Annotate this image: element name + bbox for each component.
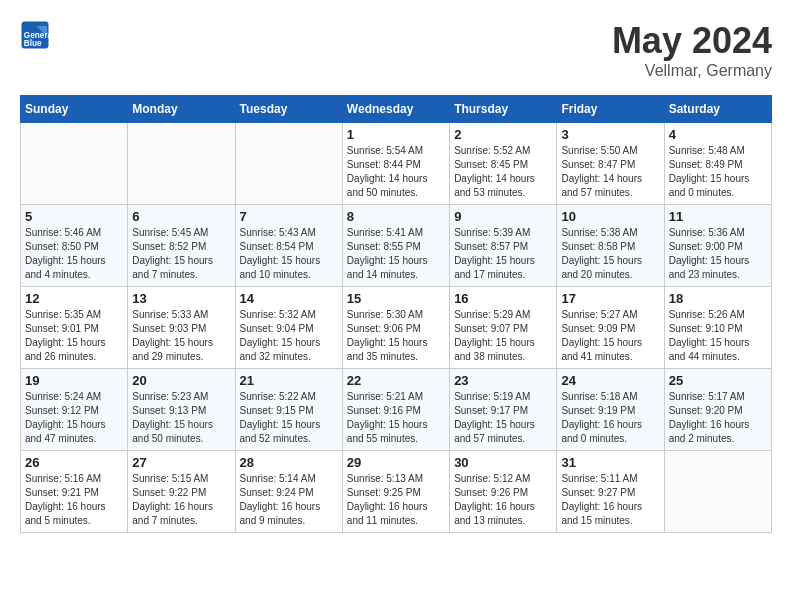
day-number: 5: [25, 209, 123, 224]
day-info: Sunrise: 5:43 AM Sunset: 8:54 PM Dayligh…: [240, 226, 338, 282]
weekday-header: Saturday: [664, 96, 771, 123]
day-info: Sunrise: 5:16 AM Sunset: 9:21 PM Dayligh…: [25, 472, 123, 528]
day-info: Sunrise: 5:38 AM Sunset: 8:58 PM Dayligh…: [561, 226, 659, 282]
day-info: Sunrise: 5:18 AM Sunset: 9:19 PM Dayligh…: [561, 390, 659, 446]
day-number: 10: [561, 209, 659, 224]
day-number: 15: [347, 291, 445, 306]
day-info: Sunrise: 5:23 AM Sunset: 9:13 PM Dayligh…: [132, 390, 230, 446]
month-title: May 2024: [612, 20, 772, 62]
day-number: 8: [347, 209, 445, 224]
calendar-day-cell: 8Sunrise: 5:41 AM Sunset: 8:55 PM Daylig…: [342, 205, 449, 287]
day-number: 26: [25, 455, 123, 470]
day-number: 30: [454, 455, 552, 470]
calendar-day-cell: 11Sunrise: 5:36 AM Sunset: 9:00 PM Dayli…: [664, 205, 771, 287]
day-info: Sunrise: 5:19 AM Sunset: 9:17 PM Dayligh…: [454, 390, 552, 446]
calendar-day-cell: [21, 123, 128, 205]
calendar-day-cell: 16Sunrise: 5:29 AM Sunset: 9:07 PM Dayli…: [450, 287, 557, 369]
day-info: Sunrise: 5:48 AM Sunset: 8:49 PM Dayligh…: [669, 144, 767, 200]
calendar-day-cell: 3Sunrise: 5:50 AM Sunset: 8:47 PM Daylig…: [557, 123, 664, 205]
day-number: 24: [561, 373, 659, 388]
day-info: Sunrise: 5:11 AM Sunset: 9:27 PM Dayligh…: [561, 472, 659, 528]
calendar-day-cell: 9Sunrise: 5:39 AM Sunset: 8:57 PM Daylig…: [450, 205, 557, 287]
calendar-day-cell: 2Sunrise: 5:52 AM Sunset: 8:45 PM Daylig…: [450, 123, 557, 205]
calendar-day-cell: 22Sunrise: 5:21 AM Sunset: 9:16 PM Dayli…: [342, 369, 449, 451]
day-info: Sunrise: 5:36 AM Sunset: 9:00 PM Dayligh…: [669, 226, 767, 282]
calendar-week-row: 12Sunrise: 5:35 AM Sunset: 9:01 PM Dayli…: [21, 287, 772, 369]
day-number: 11: [669, 209, 767, 224]
calendar-day-cell: 29Sunrise: 5:13 AM Sunset: 9:25 PM Dayli…: [342, 451, 449, 533]
day-info: Sunrise: 5:33 AM Sunset: 9:03 PM Dayligh…: [132, 308, 230, 364]
calendar-day-cell: [664, 451, 771, 533]
calendar-day-cell: 21Sunrise: 5:22 AM Sunset: 9:15 PM Dayli…: [235, 369, 342, 451]
weekday-header: Wednesday: [342, 96, 449, 123]
weekday-header-row: SundayMondayTuesdayWednesdayThursdayFrid…: [21, 96, 772, 123]
calendar-day-cell: 13Sunrise: 5:33 AM Sunset: 9:03 PM Dayli…: [128, 287, 235, 369]
day-number: 14: [240, 291, 338, 306]
day-info: Sunrise: 5:32 AM Sunset: 9:04 PM Dayligh…: [240, 308, 338, 364]
calendar-day-cell: 12Sunrise: 5:35 AM Sunset: 9:01 PM Dayli…: [21, 287, 128, 369]
day-info: Sunrise: 5:26 AM Sunset: 9:10 PM Dayligh…: [669, 308, 767, 364]
day-info: Sunrise: 5:41 AM Sunset: 8:55 PM Dayligh…: [347, 226, 445, 282]
calendar-day-cell: 4Sunrise: 5:48 AM Sunset: 8:49 PM Daylig…: [664, 123, 771, 205]
day-number: 22: [347, 373, 445, 388]
calendar-day-cell: 17Sunrise: 5:27 AM Sunset: 9:09 PM Dayli…: [557, 287, 664, 369]
day-info: Sunrise: 5:52 AM Sunset: 8:45 PM Dayligh…: [454, 144, 552, 200]
day-number: 20: [132, 373, 230, 388]
day-number: 18: [669, 291, 767, 306]
calendar-day-cell: 19Sunrise: 5:24 AM Sunset: 9:12 PM Dayli…: [21, 369, 128, 451]
day-number: 17: [561, 291, 659, 306]
calendar-table: SundayMondayTuesdayWednesdayThursdayFrid…: [20, 95, 772, 533]
calendar-day-cell: 1Sunrise: 5:54 AM Sunset: 8:44 PM Daylig…: [342, 123, 449, 205]
day-info: Sunrise: 5:15 AM Sunset: 9:22 PM Dayligh…: [132, 472, 230, 528]
weekday-header: Monday: [128, 96, 235, 123]
day-number: 29: [347, 455, 445, 470]
day-info: Sunrise: 5:30 AM Sunset: 9:06 PM Dayligh…: [347, 308, 445, 364]
calendar-day-cell: 15Sunrise: 5:30 AM Sunset: 9:06 PM Dayli…: [342, 287, 449, 369]
svg-text:Blue: Blue: [24, 39, 42, 48]
day-number: 2: [454, 127, 552, 142]
day-info: Sunrise: 5:22 AM Sunset: 9:15 PM Dayligh…: [240, 390, 338, 446]
day-number: 1: [347, 127, 445, 142]
day-number: 27: [132, 455, 230, 470]
calendar-day-cell: 25Sunrise: 5:17 AM Sunset: 9:20 PM Dayli…: [664, 369, 771, 451]
day-info: Sunrise: 5:46 AM Sunset: 8:50 PM Dayligh…: [25, 226, 123, 282]
day-number: 12: [25, 291, 123, 306]
day-info: Sunrise: 5:17 AM Sunset: 9:20 PM Dayligh…: [669, 390, 767, 446]
weekday-header: Tuesday: [235, 96, 342, 123]
calendar-day-cell: 30Sunrise: 5:12 AM Sunset: 9:26 PM Dayli…: [450, 451, 557, 533]
day-info: Sunrise: 5:24 AM Sunset: 9:12 PM Dayligh…: [25, 390, 123, 446]
day-number: 31: [561, 455, 659, 470]
calendar-day-cell: 26Sunrise: 5:16 AM Sunset: 9:21 PM Dayli…: [21, 451, 128, 533]
calendar-day-cell: [235, 123, 342, 205]
calendar-day-cell: 10Sunrise: 5:38 AM Sunset: 8:58 PM Dayli…: [557, 205, 664, 287]
day-info: Sunrise: 5:21 AM Sunset: 9:16 PM Dayligh…: [347, 390, 445, 446]
day-number: 6: [132, 209, 230, 224]
day-number: 25: [669, 373, 767, 388]
day-info: Sunrise: 5:54 AM Sunset: 8:44 PM Dayligh…: [347, 144, 445, 200]
day-number: 7: [240, 209, 338, 224]
calendar-day-cell: 18Sunrise: 5:26 AM Sunset: 9:10 PM Dayli…: [664, 287, 771, 369]
calendar-week-row: 5Sunrise: 5:46 AM Sunset: 8:50 PM Daylig…: [21, 205, 772, 287]
calendar-week-row: 1Sunrise: 5:54 AM Sunset: 8:44 PM Daylig…: [21, 123, 772, 205]
logo-icon: General Blue: [20, 20, 50, 50]
calendar-week-row: 26Sunrise: 5:16 AM Sunset: 9:21 PM Dayli…: [21, 451, 772, 533]
calendar-day-cell: 20Sunrise: 5:23 AM Sunset: 9:13 PM Dayli…: [128, 369, 235, 451]
calendar-day-cell: 24Sunrise: 5:18 AM Sunset: 9:19 PM Dayli…: [557, 369, 664, 451]
calendar-day-cell: 31Sunrise: 5:11 AM Sunset: 9:27 PM Dayli…: [557, 451, 664, 533]
weekday-header: Sunday: [21, 96, 128, 123]
location-subtitle: Vellmar, Germany: [612, 62, 772, 80]
logo: General Blue: [20, 20, 50, 50]
day-number: 28: [240, 455, 338, 470]
calendar-day-cell: 14Sunrise: 5:32 AM Sunset: 9:04 PM Dayli…: [235, 287, 342, 369]
calendar-week-row: 19Sunrise: 5:24 AM Sunset: 9:12 PM Dayli…: [21, 369, 772, 451]
day-number: 4: [669, 127, 767, 142]
day-info: Sunrise: 5:29 AM Sunset: 9:07 PM Dayligh…: [454, 308, 552, 364]
weekday-header: Friday: [557, 96, 664, 123]
page-header: General Blue May 2024 Vellmar, Germany: [20, 20, 772, 80]
day-info: Sunrise: 5:45 AM Sunset: 8:52 PM Dayligh…: [132, 226, 230, 282]
day-number: 19: [25, 373, 123, 388]
day-info: Sunrise: 5:12 AM Sunset: 9:26 PM Dayligh…: [454, 472, 552, 528]
day-number: 9: [454, 209, 552, 224]
day-info: Sunrise: 5:35 AM Sunset: 9:01 PM Dayligh…: [25, 308, 123, 364]
day-number: 16: [454, 291, 552, 306]
